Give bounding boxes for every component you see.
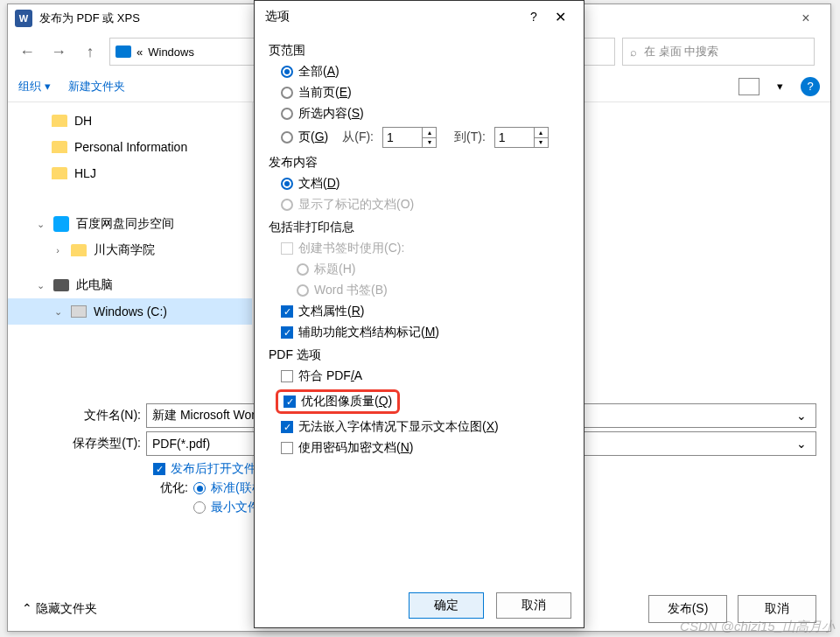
- dropdown-icon[interactable]: ⌄: [793, 409, 810, 423]
- help-button[interactable]: ?: [801, 77, 820, 96]
- tree-item-baidu[interactable]: ⌄百度网盘同步空间: [8, 211, 252, 237]
- encrypt-checkbox[interactable]: 使用密码加密文档(N): [281, 440, 570, 456]
- folder-icon: [52, 115, 67, 127]
- group-pdf-options: PDF 选项: [269, 347, 570, 363]
- to-label: 到(T):: [454, 130, 486, 145]
- bookmark-word-radio: Word 书签(B): [297, 283, 570, 298]
- folder-icon: [71, 244, 87, 256]
- filename-label: 文件名(N):: [22, 408, 141, 424]
- dialog-title: 选项: [265, 9, 521, 24]
- optimize-min-radio[interactable]: [193, 501, 206, 514]
- pdfa-checkbox[interactable]: 符合 PDF/A: [281, 368, 570, 384]
- drive-icon: [71, 305, 87, 318]
- docprops-checkbox[interactable]: ✓文档属性(R): [281, 304, 570, 319]
- dialog-help-button[interactable]: ?: [521, 10, 547, 24]
- dialog-cancel-button[interactable]: 取消: [496, 592, 571, 619]
- word-icon: W: [15, 10, 32, 27]
- window-close-button[interactable]: ×: [788, 10, 823, 26]
- tree-item-baidu-child[interactable]: ›川大商学院: [8, 237, 252, 263]
- chevron-right-icon: ›: [52, 245, 64, 256]
- chevron-down-icon: ⌄: [34, 280, 46, 291]
- content-markup-radio: 显示了标记的文档(O): [281, 197, 570, 213]
- nav-back-button[interactable]: ←: [15, 39, 39, 64]
- a11y-checkbox[interactable]: ✓辅助功能文档结构标记(M): [281, 325, 570, 340]
- from-page-input[interactable]: 1▴▾: [382, 127, 437, 148]
- group-page-range: 页范围: [269, 43, 570, 59]
- view-mode-button[interactable]: [738, 78, 760, 95]
- content-doc-radio[interactable]: 文档(D): [281, 176, 570, 192]
- tree-item-dh[interactable]: DH: [8, 108, 252, 134]
- image-quality-checkbox[interactable]: ✓: [284, 396, 296, 408]
- pc-icon: [53, 279, 69, 291]
- bookmark-heading-radio: 标题(H): [297, 262, 570, 277]
- ok-button[interactable]: 确定: [409, 592, 484, 619]
- group-publish-content: 发布内容: [269, 155, 570, 171]
- search-icon: ⌕: [630, 46, 637, 59]
- dialog-body: 页范围 全部(A) 当前页(E) 所选内容(S) 页(G) 从(F): 1▴▾ …: [255, 32, 584, 465]
- options-dialog: 选项 ? ✕ 页范围 全部(A) 当前页(E) 所选内容(S) 页(G) 从(F…: [254, 0, 584, 628]
- breadcrumb: Windows: [148, 46, 194, 59]
- to-page-input[interactable]: 1▴▾: [494, 127, 549, 148]
- chevron-down-icon: ⌄: [52, 306, 64, 318]
- tree-item-personal[interactable]: Personal Information: [8, 134, 252, 160]
- optimize-label: 优化:: [153, 480, 188, 496]
- baidu-icon: [53, 216, 69, 232]
- tree-item-hlj[interactable]: HLJ: [8, 160, 252, 186]
- hide-folders-toggle[interactable]: ⌃ 隐藏文件夹: [22, 601, 97, 617]
- new-folder-button[interactable]: 新建文件夹: [68, 79, 125, 94]
- bitmap-text-checkbox[interactable]: ✓无法嵌入字体情况下显示文本位图(X): [281, 419, 570, 435]
- breadcrumb-prefix: «: [136, 46, 143, 59]
- optimize-standard-radio[interactable]: [193, 482, 206, 494]
- organize-menu[interactable]: 组织 ▾: [18, 79, 51, 94]
- range-pages-radio[interactable]: 页(G) 从(F): 1▴▾ 到(T): 1▴▾: [281, 127, 570, 148]
- tree-item-this-pc[interactable]: ⌄此电脑: [8, 272, 252, 298]
- chevron-down-icon: ⌄: [34, 219, 46, 230]
- search-box[interactable]: ⌕ 在 桌面 中搜索: [622, 38, 815, 66]
- monitor-icon: [116, 46, 131, 58]
- folder-icon: [52, 167, 67, 179]
- nav-up-button[interactable]: ↑: [78, 39, 102, 64]
- watermark: CSDN @chizi15_山高月小: [680, 619, 835, 635]
- dialog-footer-buttons: 确定 取消: [409, 592, 571, 619]
- search-placeholder: 在 桌面 中搜索: [644, 44, 718, 60]
- range-selection-radio[interactable]: 所选内容(S): [281, 106, 570, 122]
- tree-item-windows-c[interactable]: ⌄Windows (C:): [8, 298, 252, 325]
- view-dropdown[interactable]: ▾: [777, 80, 783, 93]
- group-nonprint: 包括非打印信息: [269, 220, 570, 235]
- range-all-radio[interactable]: 全部(A): [281, 64, 570, 80]
- bookmark-checkbox: 创建书签时使用(C):: [281, 241, 570, 256]
- from-label: 从(F):: [342, 130, 374, 145]
- dialog-close-button[interactable]: ✕: [547, 9, 573, 25]
- dialog-titlebar: 选项 ? ✕: [255, 1, 584, 32]
- dropdown-icon[interactable]: ⌄: [793, 437, 810, 451]
- image-quality-highlight: ✓优化图像质量(Q): [276, 389, 400, 414]
- folder-icon: [52, 141, 67, 153]
- filetype-label: 保存类型(T):: [22, 436, 141, 452]
- range-current-radio[interactable]: 当前页(E): [281, 85, 570, 101]
- nav-forward-button[interactable]: →: [46, 39, 71, 64]
